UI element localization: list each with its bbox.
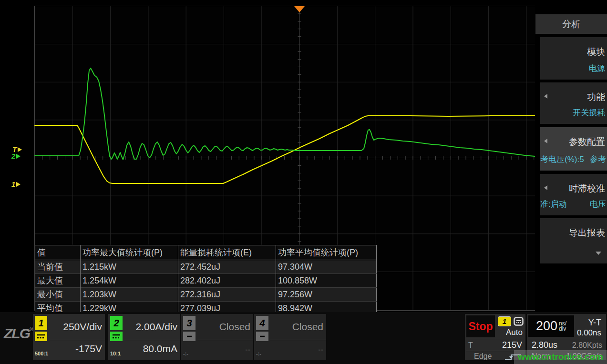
channel-4-badge: 4 — [256, 316, 268, 330]
menu-item-label: 导出报表 — [569, 227, 605, 239]
table-row-min: 最小值 1.203kW 272.316uJ 97.256W — [35, 288, 377, 302]
table-row-max: 最大值 1.254kW 282.402uJ 100.858W — [35, 274, 377, 288]
menu-item-label: 模块 — [587, 46, 605, 58]
site-watermark: www.cntronics.com — [514, 350, 607, 364]
menu-item-label: 时滞校准 — [569, 182, 605, 195]
dropdown-down-arrow-icon[interactable] — [596, 252, 601, 255]
analysis-panel: 分析 模块 电源 功能 开关损耗 参数配置 考电压(%):5 参考 时滞校准 准… — [535, 0, 607, 312]
oscilloscope-screen: T 2 1 值 功率最大值统计项(P) 能量损耗统计项(E) 功率平均值统计项(… — [0, 0, 607, 364]
dc-coupling-icon — [110, 332, 123, 341]
menu-item-export-report[interactable]: 导出报表 — [540, 218, 607, 263]
channel-3-scale: Closed — [219, 321, 250, 333]
channel-1-probe-ratio: 500:1 — [35, 351, 48, 356]
channel-3-control[interactable]: 3 Closed -- -:- — [181, 314, 253, 360]
trigger-mode: Auto — [506, 328, 523, 337]
channel-off-icon — [183, 332, 195, 341]
channel-2-ground-marker[interactable]: 2 — [11, 152, 21, 160]
table-cell: 97.256W — [276, 288, 377, 302]
divider — [528, 339, 605, 339]
channel-1-offset: -175V — [75, 343, 102, 354]
channel-4-offset: -- — [318, 345, 323, 354]
timebase-scale-number: 200 — [536, 319, 557, 334]
channel-1-marker-label: 1 — [11, 181, 15, 188]
channel-4-probe-ratio: -:- — [256, 351, 261, 356]
table-cell: 最小值 — [35, 288, 81, 302]
channel-3-badge: 3 — [183, 316, 195, 330]
channel-2-probe-ratio: 10:1 — [110, 351, 121, 356]
trigger-type: Edge — [468, 352, 492, 361]
table-cell: 当前值 — [35, 260, 81, 274]
menu-item-deskew-calibration[interactable]: 时滞校准 准:启动 电压 — [540, 174, 607, 215]
channel-2-offset: 80.0mA — [143, 343, 177, 354]
table-cell: 272.452uJ — [178, 260, 276, 274]
channel-4-scale: Closed — [292, 321, 323, 333]
table-cell: 最大值 — [35, 274, 81, 288]
deskew-start: 准:启动 — [540, 199, 567, 210]
collapse-left-arrow-icon — [544, 185, 547, 190]
trigger-delay: 0.00ns — [577, 328, 601, 338]
channel-1-scale: 250V/div — [63, 321, 102, 333]
right-arrow-icon — [18, 147, 22, 152]
channel-3-offset: -- — [245, 345, 250, 354]
channel-2-marker-label: 2 — [11, 152, 15, 160]
capture-window: 2.80us — [532, 340, 557, 350]
acquisition-status: Stop — [466, 315, 495, 337]
table-header-power-max: 功率最大值统计项(P) — [81, 245, 178, 260]
table-cell: 282.402uJ — [178, 274, 276, 288]
timebase-scale-unit: ns/div — [559, 321, 566, 332]
channel-4-control[interactable]: 4 Closed -- -:- — [254, 314, 326, 360]
trigger-source-badge: 1 — [498, 317, 511, 326]
menu-item-label: 参数配置 — [569, 136, 605, 148]
menu-item-value: 开关损耗 — [573, 107, 605, 118]
menu-item-value: 电源 — [589, 63, 605, 74]
trigger-position-marker-icon[interactable] — [294, 6, 305, 12]
menu-item-module[interactable]: 模块 电源 — [540, 37, 607, 80]
channel-3-probe-ratio: -:- — [183, 351, 188, 356]
deskew-voltage: 电压 — [590, 199, 606, 210]
table-header-energy: 能量损耗统计项(E) — [178, 245, 276, 260]
trigger-coupling-icon — [514, 317, 524, 326]
table-cell: 97.304W — [276, 260, 377, 274]
collapse-left-arrow-icon — [544, 139, 547, 143]
menu-item-function[interactable]: 功能 开关损耗 — [540, 82, 607, 124]
channel-2-control[interactable]: 2 2.00A/div 80.0mA 10:1 — [108, 314, 180, 360]
channel-1-ground-marker[interactable]: 1 — [11, 181, 21, 188]
zlg-logo: ZLG® — [4, 325, 34, 342]
menu-item-values: 考电压(%):5 参考 — [540, 154, 606, 165]
param-reference: 参考 — [590, 154, 606, 165]
trigger-level-label: T — [468, 341, 473, 350]
menu-item-values: 准:启动 电压 — [540, 199, 606, 210]
display-mode: Y-T — [588, 318, 601, 328]
menu-item-label: 功能 — [587, 91, 605, 103]
record-length: 2.80Kpts — [572, 341, 602, 350]
channel-2-scale: 2.00A/div — [135, 321, 177, 333]
table-cell: 1.203kW — [81, 288, 178, 302]
bottom-status-bar: ZLG® 1 250V/div -175V 500:1 2 2.00A/div … — [0, 312, 607, 364]
channel-off-icon — [256, 332, 268, 341]
collapse-left-arrow-icon — [544, 94, 547, 99]
table-header-value: 值 — [35, 245, 81, 260]
panel-title: 分析 — [535, 14, 607, 34]
timebase-scale: 200 ns/div — [528, 315, 574, 337]
dc-coupling-icon — [35, 332, 47, 341]
menu-item-param-config[interactable]: 参数配置 考电压(%):5 参考 — [540, 127, 607, 171]
table-header-row: 值 功率最大值统计项(P) 能量损耗统计项(E) 功率平均值统计项(P) — [35, 245, 377, 260]
param-ref-voltage: 考电压(%):5 — [540, 154, 584, 165]
trigger-level-value: 215V — [502, 340, 522, 350]
channel-2-badge: 2 — [110, 316, 123, 330]
table-row-current: 当前值 1.215kW 272.452uJ 97.304W — [35, 260, 377, 274]
table-cell: 272.316uJ — [178, 288, 276, 302]
table-cell: 1.254kW — [81, 274, 178, 288]
right-arrow-icon — [16, 182, 21, 187]
right-arrow-icon — [16, 154, 21, 159]
channel-1-control[interactable]: 1 250V/div -175V 500:1 — [33, 314, 105, 360]
channel-1-badge: 1 — [35, 316, 47, 330]
table-cell: 1.215kW — [81, 260, 178, 274]
measurement-table: 值 功率最大值统计项(P) 能量损耗统计项(E) 功率平均值统计项(P) 当前值… — [35, 245, 377, 315]
table-header-power-avg: 功率平均值统计项(P) — [276, 245, 377, 260]
table-cell: 100.858W — [276, 274, 377, 288]
divider — [466, 339, 524, 339]
